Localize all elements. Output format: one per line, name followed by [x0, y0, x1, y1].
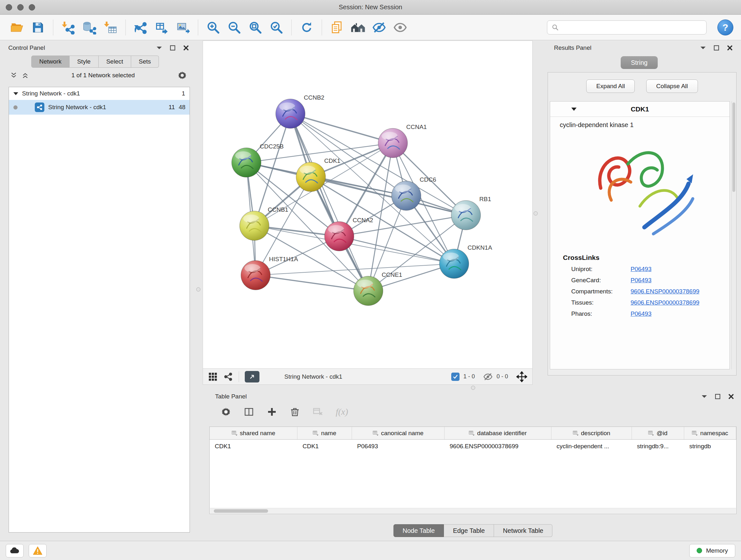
- cell-database-identifier[interactable]: 9606.ENSP00000378699: [445, 440, 551, 453]
- cell-namespace[interactable]: stringdb: [684, 440, 736, 453]
- select-columns-icon[interactable]: [244, 407, 254, 417]
- birdseye-view-button[interactable]: [245, 371, 259, 382]
- tab-network[interactable]: Network: [31, 56, 70, 68]
- save-session-button[interactable]: [29, 17, 47, 37]
- panel-close-icon[interactable]: [727, 45, 733, 51]
- crosslink-link[interactable]: 9606.ENSP00000378699: [630, 299, 699, 306]
- zoom-out-button[interactable]: [225, 17, 244, 37]
- expand-all-icon[interactable]: [22, 72, 29, 79]
- tab-sets[interactable]: Sets: [131, 56, 159, 68]
- collapse-all-button[interactable]: Collapse All: [646, 79, 697, 93]
- cell-canonical-name[interactable]: P06493: [352, 440, 445, 453]
- crosslink-link[interactable]: 9606.ENSP00000378699: [630, 288, 699, 295]
- new-network-button[interactable]: [131, 17, 150, 37]
- window-close-button[interactable]: [6, 4, 12, 10]
- open-session-button[interactable]: [8, 17, 26, 37]
- tab-edge-table[interactable]: Edge Table: [444, 524, 494, 537]
- column-header[interactable]: canonical name: [352, 427, 445, 439]
- results-scrollbar[interactable]: [731, 101, 736, 369]
- cell-name[interactable]: CDK1: [297, 440, 352, 453]
- help-button[interactable]: ?: [718, 19, 733, 36]
- zoom-fit-button[interactable]: [246, 17, 265, 37]
- memory-button[interactable]: Memory: [689, 544, 735, 557]
- table-row[interactable]: CDK1 CDK1 P06493 9606.ENSP00000378699 cy…: [210, 440, 736, 453]
- selected-checkbox[interactable]: [451, 373, 460, 381]
- column-header[interactable]: @id: [632, 427, 684, 439]
- export-image-button[interactable]: [174, 17, 192, 37]
- crosslink-link[interactable]: P06493: [630, 277, 652, 284]
- network-canvas[interactable]: CCNB2CCNA1CDC25BCDK1CDC6RB1CCNB1CCNA2CDK…: [203, 41, 532, 368]
- panel-close-icon[interactable]: [183, 45, 189, 51]
- gear-icon[interactable]: [178, 71, 187, 80]
- column-header[interactable]: database identifier: [445, 427, 551, 439]
- splitter-grip-right[interactable]: [534, 211, 538, 215]
- panel-float-icon[interactable]: [170, 45, 176, 51]
- table-horizontal-scrollbar[interactable]: [210, 508, 736, 513]
- network-node-RB1[interactable]: RB1: [451, 196, 491, 230]
- collapse-all-icon[interactable]: [10, 72, 17, 79]
- tab-select[interactable]: Select: [98, 56, 131, 68]
- zoom-in-button[interactable]: [204, 17, 222, 37]
- hidden-eye-slash-icon[interactable]: [483, 372, 493, 381]
- cloud-button[interactable]: [6, 544, 23, 557]
- network-node-CDC6[interactable]: CDC6: [392, 176, 436, 210]
- expand-all-button[interactable]: Expand All: [586, 79, 635, 93]
- cell-description[interactable]: cyclin-dependent ...: [551, 440, 632, 453]
- network-edge[interactable]: [290, 114, 368, 291]
- panel-float-icon[interactable]: [714, 45, 719, 51]
- delete-column-icon[interactable]: [290, 407, 300, 417]
- column-header[interactable]: namespac: [684, 427, 736, 439]
- panel-menu-icon[interactable]: [701, 395, 707, 398]
- collapse-gene-icon[interactable]: [571, 107, 577, 111]
- hide-selected-button[interactable]: [370, 17, 388, 37]
- network-edge[interactable]: [339, 236, 454, 264]
- network-edge[interactable]: [256, 275, 368, 291]
- network-view-icon[interactable]: [223, 372, 233, 381]
- column-header[interactable]: description: [551, 427, 632, 439]
- apply-layout-button[interactable]: [297, 17, 316, 37]
- network-node-CDK1[interactable]: CDK1: [296, 158, 340, 192]
- delete-table-icon[interactable]: [313, 407, 323, 417]
- gear-icon[interactable]: [221, 407, 231, 417]
- network-node-CCNB2[interactable]: CCNB2: [276, 94, 324, 128]
- search-input[interactable]: [547, 20, 706, 35]
- show-hidden-button[interactable]: [391, 17, 409, 37]
- panel-menu-icon[interactable]: [156, 46, 162, 50]
- network-edge[interactable]: [290, 114, 393, 143]
- import-table-button[interactable]: [101, 17, 120, 37]
- tree-expander-icon[interactable]: [13, 92, 18, 96]
- window-zoom-button[interactable]: [29, 4, 35, 10]
- cell-shared-name[interactable]: CDK1: [210, 440, 297, 453]
- splitter-grip-bottom[interactable]: [471, 386, 475, 390]
- import-network-file-button[interactable]: [59, 17, 77, 37]
- import-network-database-button[interactable]: [80, 17, 98, 37]
- crosslink-link[interactable]: P06493: [630, 310, 652, 317]
- network-node-CCNA1[interactable]: CCNA1: [378, 124, 427, 158]
- network-node-CCNB1[interactable]: CCNB1: [240, 206, 288, 240]
- add-column-icon[interactable]: [267, 407, 277, 417]
- panel-float-icon[interactable]: [715, 394, 721, 399]
- tab-string[interactable]: String: [621, 56, 658, 69]
- panel-close-icon[interactable]: [728, 394, 734, 399]
- function-builder-icon[interactable]: f(x): [336, 407, 348, 417]
- column-header[interactable]: shared name: [210, 427, 297, 439]
- window-minimize-button[interactable]: [17, 4, 23, 10]
- crosslink-link[interactable]: P06493: [630, 266, 652, 273]
- network-row[interactable]: String Network - cdk1 11 48: [9, 100, 190, 115]
- show-all-button[interactable]: [349, 17, 367, 37]
- grid-view-icon[interactable]: [208, 372, 218, 381]
- zoom-selected-button[interactable]: [267, 17, 286, 37]
- network-node-HIST1H1A[interactable]: HIST1H1A: [241, 256, 298, 290]
- clone-network-button[interactable]: [152, 17, 171, 37]
- pan-move-icon[interactable]: [516, 371, 527, 382]
- network-node-CDKN1A[interactable]: CDKN1A: [440, 244, 492, 278]
- tab-network-table[interactable]: Network Table: [494, 524, 552, 537]
- column-header[interactable]: name: [297, 427, 352, 439]
- warning-button[interactable]: [29, 544, 47, 557]
- tab-style[interactable]: Style: [70, 56, 98, 68]
- copy-document-button[interactable]: [328, 17, 346, 37]
- panel-menu-icon[interactable]: [700, 46, 706, 50]
- tab-node-table[interactable]: Node Table: [394, 524, 444, 537]
- splitter-grip-left[interactable]: [196, 287, 200, 292]
- network-collection-row[interactable]: String Network - cdk1 1: [9, 87, 190, 100]
